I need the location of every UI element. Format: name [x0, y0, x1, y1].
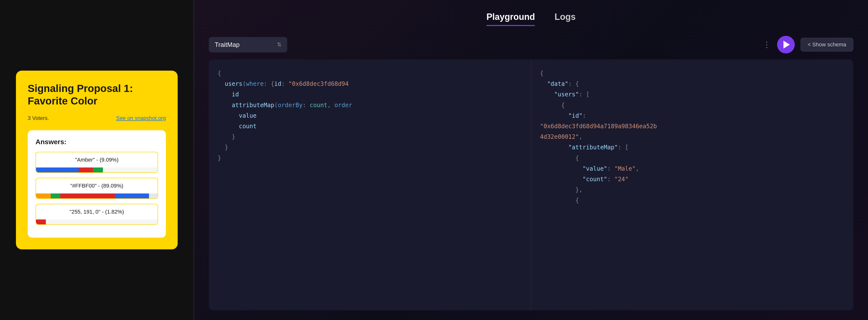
answers-label: Answers: [35, 138, 158, 146]
answer-bar-1 [36, 168, 158, 172]
query-pane[interactable]: { users(where: {id: "0x6d8dec3fd68d94 id… [209, 59, 531, 310]
answer-text-2: "#FFBF00" - (89.09%) [36, 178, 158, 194]
top-tabs: Playground Logs [194, 0, 868, 26]
answer-item-2: "#FFBF00" - (89.09%) [35, 178, 158, 199]
query-code: { users(where: {id: "0x6d8dec3fd68d94 id… [218, 68, 522, 164]
proposal-title: Signaling Proposal 1: Favorite Color [28, 82, 166, 107]
selector-label: TraitMap [215, 41, 273, 49]
bar-segment [36, 220, 46, 224]
result-code: { "data": { "users": [ { "id": "0x6d8dec… [540, 68, 845, 206]
answer-item-3: "255, 191, 0" - (1.82%) [35, 204, 158, 225]
bar-segment [149, 194, 158, 198]
chevron-updown-icon: ⇅ [277, 41, 281, 48]
proposal-meta: 3 Voters. See on snapshot.org [28, 115, 166, 121]
bar-segment [60, 194, 115, 198]
answer-text-3: "255, 191, 0" - (1.82%) [36, 204, 158, 220]
bar-segment [51, 194, 61, 198]
answer-text-1: "Amber" - (9.09%) [36, 152, 158, 168]
show-schema-button[interactable]: < Show schema [801, 38, 853, 52]
snapshot-link[interactable]: See on snapshot.org [116, 115, 166, 121]
content-area: TraitMap ⇅ ⋮ < Show schema { users(where… [194, 26, 868, 320]
answer-bar-3 [36, 220, 158, 224]
answer-item-1: "Amber" - (9.09%) [35, 152, 158, 173]
run-button[interactable] [777, 36, 795, 54]
answers-section: Answers: "Amber" - (9.09%) "#FFBF00" - (… [28, 130, 166, 238]
selector-container[interactable]: TraitMap ⇅ [209, 37, 287, 53]
left-panel: Signaling Proposal 1: Favorite Color 3 V… [0, 0, 194, 320]
dots-menu[interactable]: ⋮ [763, 40, 771, 49]
bar-segment [93, 168, 103, 172]
bar-segment [36, 194, 51, 198]
bar-segment [79, 168, 93, 172]
right-panel: Playground Logs TraitMap ⇅ ⋮ < Show sche… [194, 0, 868, 320]
bar-segment [36, 168, 79, 172]
answer-bar-2 [36, 194, 158, 198]
result-pane: { "data": { "users": [ { "id": "0x6d8dec… [531, 59, 854, 310]
tab-playground[interactable]: Playground [487, 12, 535, 26]
split-view: { users(where: {id: "0x6d8dec3fd68d94 id… [209, 59, 853, 310]
toolbar: TraitMap ⇅ ⋮ < Show schema [209, 36, 853, 54]
proposal-card: Signaling Proposal 1: Favorite Color 3 V… [16, 70, 178, 250]
bar-segment [115, 194, 149, 198]
tab-logs[interactable]: Logs [555, 12, 576, 26]
voters-count: 3 Voters. [28, 115, 49, 121]
